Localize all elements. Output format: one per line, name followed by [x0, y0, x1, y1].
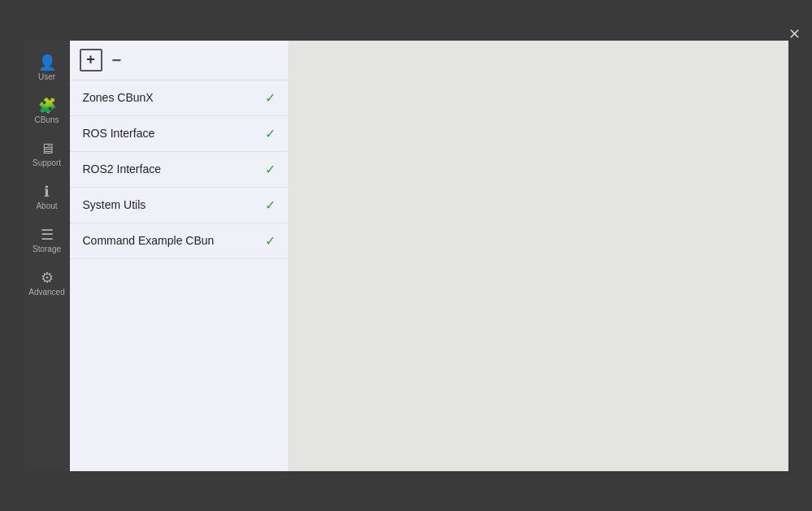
sidebar-label-storage: Storage	[33, 245, 61, 254]
sidebar-label-support: Support	[33, 158, 61, 168]
check-icon: ✓	[265, 90, 276, 106]
check-icon: ✓	[265, 162, 276, 177]
remove-button[interactable]: −	[109, 50, 125, 70]
cbuns-icon: 🧩	[38, 98, 56, 113]
list-item-name: Zones CBunX	[83, 91, 154, 104]
toolbar: + −	[70, 41, 289, 80]
about-icon: ℹ	[44, 184, 50, 199]
list-item-name: Command Example CBun	[83, 234, 215, 247]
sidebar-label-about: About	[36, 201, 57, 211]
add-button[interactable]: +	[80, 49, 102, 71]
list-item[interactable]: Command Example CBun ✓	[70, 223, 289, 259]
list-item[interactable]: System Utils ✓	[70, 188, 289, 223]
list-item[interactable]: ROS Interface ✓	[70, 116, 289, 152]
main-panel	[289, 41, 788, 471]
advanced-icon: ⚙	[41, 271, 54, 285]
minus-icon: −	[112, 51, 122, 69]
sidebar-item-cbuns[interactable]: 🧩 CBuns	[24, 92, 70, 132]
sidebar-label-user: User	[38, 72, 55, 82]
cbuns-list: Zones CBunX ✓ ROS Interface ✓ ROS2 Inter…	[70, 80, 289, 471]
app-window: ✕ 👤 User 🧩 CBuns 🖥 Support ℹ About ☰ Sto…	[24, 41, 788, 471]
list-item-name: System Utils	[83, 198, 146, 211]
sidebar-item-user[interactable]: 👤 User	[24, 49, 70, 89]
list-panel: + − Zones CBunX ✓ ROS Interface ✓ ROS2 I…	[70, 41, 289, 471]
sidebar-item-support[interactable]: 🖥 Support	[24, 135, 70, 175]
sidebar-label-advanced: Advanced	[28, 288, 64, 297]
user-icon: 👤	[38, 55, 56, 70]
add-icon: +	[86, 51, 95, 68]
close-icon: ✕	[788, 25, 801, 43]
check-icon: ✓	[265, 197, 276, 213]
storage-icon: ☰	[41, 227, 54, 242]
list-item-name: ROS Interface	[83, 127, 155, 140]
content-area: + − Zones CBunX ✓ ROS Interface ✓ ROS2 I…	[70, 41, 788, 471]
support-icon: 🖥	[40, 141, 54, 156]
check-icon: ✓	[265, 233, 276, 249]
list-item[interactable]: ROS2 Interface ✓	[70, 152, 289, 188]
sidebar-item-storage[interactable]: ☰ Storage	[24, 221, 70, 261]
sidebar-item-about[interactable]: ℹ About	[24, 178, 70, 218]
list-item-name: ROS2 Interface	[83, 162, 162, 175]
sidebar-label-cbuns: CBuns	[34, 115, 59, 125]
list-item[interactable]: Zones CBunX ✓	[70, 80, 289, 116]
sidebar: 👤 User 🧩 CBuns 🖥 Support ℹ About ☰ Stora…	[24, 41, 70, 471]
check-icon: ✓	[265, 126, 276, 141]
close-button[interactable]: ✕	[784, 23, 806, 45]
sidebar-item-advanced[interactable]: ⚙ Advanced	[24, 264, 70, 304]
